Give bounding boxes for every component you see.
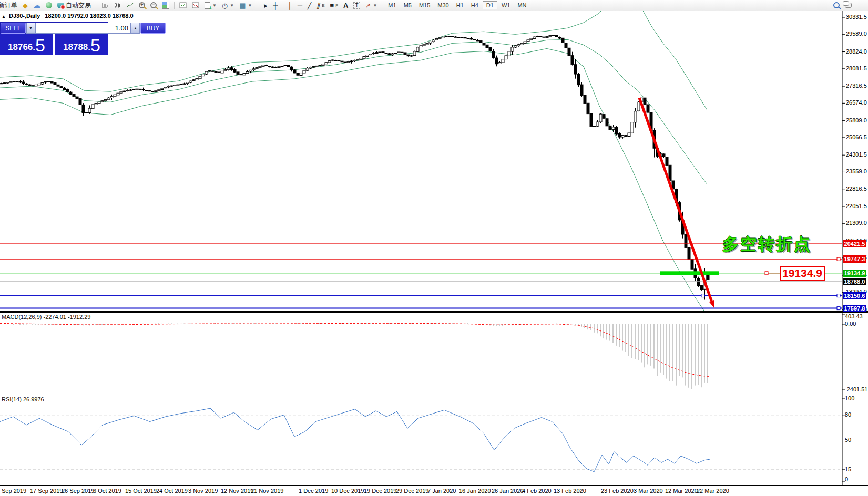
- price-badge: 17597.8: [843, 305, 866, 312]
- bollinger-upper-band: [0, 0, 707, 110]
- trend-arrow-line: [639, 98, 711, 301]
- date-label: 17 Sep 2019: [30, 488, 63, 494]
- date-label: 22 Mar 2020: [697, 488, 729, 494]
- date-label: 12 Mar 2020: [665, 488, 698, 494]
- macd-axis-label: 0.00: [845, 321, 856, 327]
- date-label: 13 Feb 2020: [554, 488, 586, 494]
- rsi-axis-label: 80: [845, 411, 851, 418]
- date-label: 12 Nov 2019: [221, 488, 253, 494]
- price-tick: 23559.0: [846, 168, 867, 174]
- price-tick: 28824.0: [846, 48, 867, 55]
- price-level-box[interactable]: 19134.9: [780, 266, 825, 281]
- date-label: 1 Dec 2019: [299, 488, 328, 494]
- date-label: 21 Nov 2019: [251, 488, 283, 494]
- price-tick: 25066.5: [846, 134, 867, 140]
- rsi-axis-label: 50: [845, 437, 851, 443]
- price-tick: 30331.5: [846, 14, 867, 20]
- date-label: 10 Dec 2019: [331, 488, 364, 494]
- turning-point-annotation[interactable]: 多空转折点: [722, 233, 812, 255]
- date-label: 16 Jan 2020: [459, 488, 491, 494]
- price-tick: 25809.0: [846, 117, 867, 123]
- line-handle: [837, 294, 840, 297]
- trend-arrow-head: [709, 300, 714, 308]
- macd-label: MACD(12,26,9) -2274.01 -1912.29: [2, 314, 90, 320]
- date-label: 7 Jan 2020: [427, 488, 456, 494]
- mt4-window: { "toolbar": { "new_order_label": "新订单",…: [0, 0, 868, 496]
- price-badge: 19747.3: [843, 255, 866, 263]
- macd-axis-label: -2401.51: [845, 386, 867, 392]
- line-handle: [837, 307, 840, 310]
- price-tick: 22816.5: [846, 185, 867, 192]
- price-badge: 19134.9: [843, 270, 866, 277]
- macd-axis-label: 403.43: [845, 313, 863, 319]
- date-label: 3 Nov 2019: [188, 488, 218, 494]
- rsi-axis-label: 15: [845, 466, 851, 472]
- price-tick: 21309.0: [846, 220, 867, 226]
- price-tick: 28081.5: [846, 65, 867, 71]
- rsi-label: RSI(14) 26.9976: [2, 396, 44, 402]
- date-label: 26 Sep 2019: [62, 488, 94, 494]
- main-chart-panel: [0, 0, 842, 319]
- price-badge: 18768.0: [843, 278, 866, 285]
- date-label: 4 Feb 2020: [522, 488, 552, 494]
- date-label: 3 Mar 2020: [634, 488, 663, 494]
- price-tick: 24301.5: [846, 151, 867, 158]
- rsi-axis-label: 100: [845, 395, 854, 401]
- date-label: 23 Feb 2020: [601, 488, 634, 494]
- line-handle: [701, 294, 704, 297]
- price-tick: 22051.5: [846, 203, 867, 209]
- date-label: Sep 2019: [2, 488, 26, 494]
- date-label: 6 Oct 2019: [93, 488, 121, 494]
- line-handle: [837, 257, 840, 261]
- date-label: 26 Jan 2020: [492, 488, 524, 494]
- candles-layer: [0, 35, 709, 300]
- green-zone-highlight: [660, 271, 719, 275]
- date-label: 29 Dec 2019: [396, 488, 428, 494]
- price-badge: 18150.6: [843, 292, 866, 299]
- macd-panel: [0, 323, 710, 389]
- bollinger-lower-band: [0, 49, 709, 319]
- price-badge: 20421.5: [843, 240, 866, 247]
- price-tick: 26574.0: [846, 99, 867, 106]
- price-tick: 27316.5: [846, 82, 867, 89]
- date-label: 15 Oct 2019: [125, 488, 157, 494]
- date-label: 19 Dec 2019: [364, 488, 396, 494]
- rsi-panel: [0, 408, 842, 472]
- price-tick: 29589.0: [846, 30, 867, 37]
- date-label: 24 Oct 2019: [156, 488, 188, 494]
- rsi-axis-label: 0: [845, 476, 848, 482]
